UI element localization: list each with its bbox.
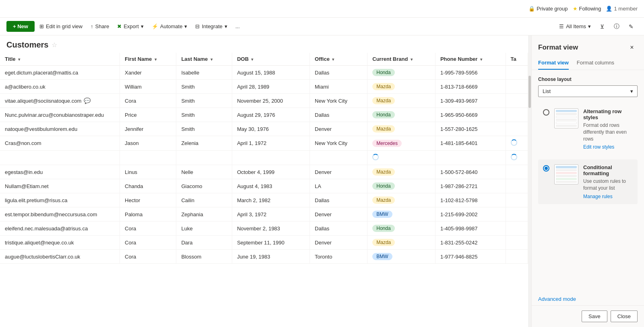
filter-icon: ⊻ [600, 23, 604, 30]
tab-format-view[interactable]: Format view [538, 56, 569, 70]
member-info: 👤 1 member [606, 6, 638, 12]
cell-dob [232, 151, 310, 165]
cond-thumb-normal-3 [556, 181, 577, 183]
cell-title: Cras@non.com [0, 136, 120, 151]
conditional-radio[interactable] [543, 165, 549, 172]
cell-brand: BMW [367, 207, 436, 221]
cond-thumb-normal-2 [556, 175, 577, 177]
cell-dob: April 28, 1989 [232, 80, 310, 94]
cell-office: New York City [310, 94, 367, 108]
cell-lastname: Isabelle [176, 66, 232, 80]
edit-view-button[interactable]: ✎ [625, 20, 638, 33]
cell-phone: 1-977-946-8825 [435, 250, 506, 264]
panel-tabs: Format view Format columns [532, 56, 644, 70]
edit-view-icon: ✎ [629, 23, 634, 30]
favorite-star-icon[interactable]: ☆ [52, 41, 57, 49]
info-button[interactable]: ⓘ [610, 20, 623, 33]
integrate-button[interactable]: ⊟ Integrate ▾ [192, 21, 230, 31]
more-button[interactable]: ... [232, 21, 243, 31]
cond-thumb-highlight-2 [556, 178, 577, 180]
edit-in-grid-view-button[interactable]: ⊞ Edit in grid view [36, 21, 86, 31]
cell-ta [506, 136, 528, 151]
table-row[interactable]: augue@luctuslobertisClarr.co.ukCoraBloss… [0, 250, 528, 264]
cell-lastname: Blossom [176, 250, 232, 264]
table-row[interactable]: ligula.elit.pretium@risus.caHectorCailin… [0, 193, 528, 207]
cell-dob: June 19, 1983 [232, 250, 310, 264]
table-row[interactable]: est.tempor.bibendum@neccursusa.comPaloma… [0, 207, 528, 221]
sort-icon-office: ▾ [332, 57, 334, 62]
col-firstname[interactable]: First Name ▾ [120, 53, 176, 66]
cell-phone: 1-965-950-6669 [435, 108, 506, 122]
col-office[interactable]: Office ▾ [310, 53, 367, 66]
cell-title: ligula.elit.pretium@risus.ca [0, 193, 120, 207]
cell-title: eleifend.nec.malesuada@atrisus.ca [0, 221, 120, 236]
table-row[interactable]: Cras@non.comJasonZeleniaApril 1, 1972New… [0, 136, 528, 151]
cond-thumb-header [556, 166, 577, 168]
cond-thumb-normal-1 [556, 169, 577, 171]
save-button[interactable]: Save [582, 310, 607, 322]
page-title: Customers [6, 40, 48, 50]
table-row[interactable]: eget.dictum.placerat@mattis.caXanderIsab… [0, 66, 528, 80]
col-brand[interactable]: Current Brand ▾ [367, 53, 436, 66]
table-row[interactable]: vitae.aliquet@sociisnatoque.com💬CoraSmit… [0, 94, 528, 108]
alternating-radio[interactable] [543, 109, 549, 116]
scrollbar-thumb [528, 76, 531, 108]
panel-content: Choose layout List ▾ Alternating ro [532, 70, 644, 293]
col-ta[interactable]: Ta [506, 53, 528, 66]
comment-icon[interactable]: 💬 [84, 97, 91, 104]
export-button[interactable]: ✖ Export ▾ [114, 21, 147, 31]
col-lastname[interactable]: Last Name ▾ [176, 53, 232, 66]
brand-badge: Mazda [372, 168, 395, 176]
automate-button[interactable]: ⚡ Automate ▾ [149, 21, 191, 31]
tab-format-columns[interactable]: Format columns [577, 56, 614, 70]
cell-lastname: Smith [176, 108, 232, 122]
table-row[interactable]: Nunc.pulvinar.arcu@conubianostraper.eduP… [0, 108, 528, 122]
thumb-odd-row-1 [556, 113, 577, 115]
table-row[interactable]: Nullam@Etiam.netChandaGiacomoAugust 4, 1… [0, 179, 528, 193]
share-button[interactable]: ↑ Share [87, 21, 112, 31]
new-button[interactable]: + New [6, 21, 35, 32]
cell-lastname: Luke [176, 221, 232, 236]
advanced-mode-link[interactable]: Advanced mode [532, 293, 644, 305]
layout-dropdown[interactable]: List ▾ [538, 85, 638, 97]
filter-button[interactable]: ⊻ [596, 20, 609, 33]
cell-phone: 1-557-280-1625 [435, 122, 506, 136]
private-group-label: Private group [537, 6, 568, 12]
col-phone[interactable]: Phone Number ▾ [435, 53, 506, 66]
table-container: Title ▾ First Name ▾ Last Name ▾ DOB ▾ O… [0, 53, 528, 327]
cell-office [310, 151, 367, 165]
table-row[interactable]: a@aclibero.co.ukWilliamSmithApril 28, 19… [0, 80, 528, 94]
cell-firstname: Hector [120, 193, 176, 207]
all-items-button[interactable]: ☰ All Items ▾ [556, 21, 594, 31]
table-row[interactable]: tristique.aliquet@neque.co.ukCoraDaraSep… [0, 236, 528, 250]
loading-spinner [372, 154, 379, 160]
table-row[interactable]: eleifend.nec.malesuada@atrisus.caCoraLuk… [0, 221, 528, 236]
cell-phone: 1-405-998-9987 [435, 221, 506, 236]
share-icon: ↑ [91, 23, 93, 29]
col-title[interactable]: Title ▾ [0, 53, 120, 66]
command-bar-right: ☰ All Items ▾ ⊻ ⓘ ✎ [556, 20, 638, 33]
automate-icon: ⚡ [152, 23, 158, 29]
vertical-scrollbar[interactable] [528, 35, 531, 327]
cell-title: natoque@vestibulumlorem.edu [0, 122, 120, 136]
col-dob[interactable]: DOB ▾ [232, 53, 310, 66]
conditional-formatting-option[interactable]: Conditional formatting Use custom rules … [538, 159, 638, 204]
table-row[interactable] [0, 151, 528, 165]
manage-rules-link[interactable]: Manage rules [583, 194, 613, 199]
edit-row-styles-link[interactable]: Edit row styles [583, 144, 614, 150]
panel-close-button[interactable]: × [626, 42, 638, 53]
alternating-row-option[interactable]: Alternating row styles Format odd rows d… [538, 103, 638, 155]
cell-lastname: Giacomo [176, 179, 232, 193]
cell-firstname: Jennifer [120, 122, 176, 136]
table-row[interactable]: natoque@vestibulumlorem.eduJenniferSmith… [0, 122, 528, 136]
cell-firstname: Price [120, 108, 176, 122]
page-title-bar: Customers ☆ [0, 35, 528, 53]
cell-firstname: Linus [120, 165, 176, 179]
table-row[interactable]: egestas@in.eduLinusNelleOctober 4, 1999D… [0, 165, 528, 179]
following-button[interactable]: ★ Following [573, 6, 601, 12]
cell-dob: May 30, 1976 [232, 122, 310, 136]
sort-icon-phone: ▾ [480, 57, 482, 62]
close-panel-button[interactable]: Close [611, 310, 638, 322]
top-bar-right: 🔒 Private group ★ Following 👤 1 member [528, 6, 638, 12]
cell-phone: 1-987-286-2721 [435, 179, 506, 193]
